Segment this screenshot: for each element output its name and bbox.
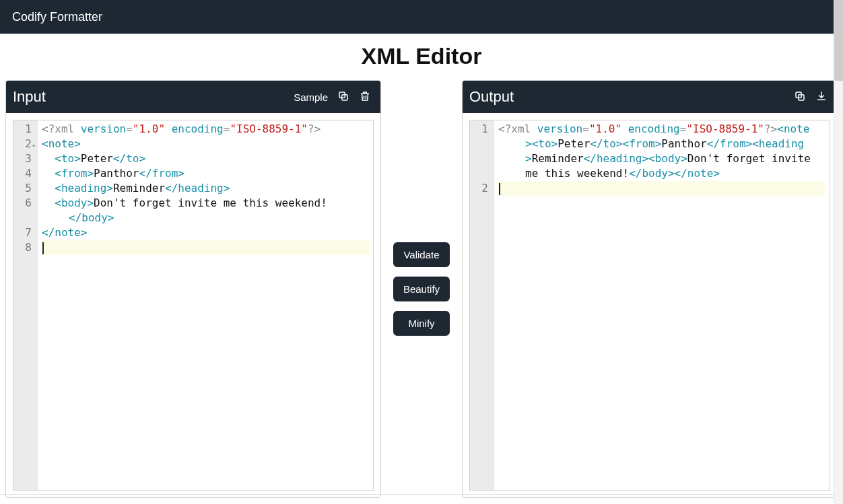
minify-button[interactable]: Minify bbox=[393, 311, 450, 336]
output-code[interactable]: <?xml version="1.0" encoding="ISO-8859-1… bbox=[494, 120, 830, 490]
delete-input-button[interactable] bbox=[359, 90, 371, 104]
output-panel-title: Output bbox=[469, 88, 514, 106]
app-name: Codify Formatter bbox=[12, 10, 102, 24]
copy-output-button[interactable] bbox=[794, 90, 806, 104]
output-panel: Output 1 2 <?xml version="1.0" encoding=… bbox=[462, 80, 838, 498]
page-scrollbar[interactable] bbox=[834, 0, 843, 504]
sample-button[interactable]: Sample bbox=[294, 92, 328, 103]
input-editor[interactable]: 123456 78 <?xml version="1.0" encoding="… bbox=[13, 120, 374, 491]
output-gutter: 1 2 bbox=[470, 120, 494, 490]
footer-divider bbox=[0, 494, 843, 495]
app-header: Codify Formatter bbox=[0, 0, 843, 34]
input-panel-header: Input Sample bbox=[6, 81, 380, 113]
input-gutter: 123456 78 bbox=[13, 120, 38, 490]
output-editor[interactable]: 1 2 <?xml version="1.0" encoding="ISO-88… bbox=[469, 120, 830, 491]
copy-input-button[interactable] bbox=[337, 90, 349, 104]
download-icon bbox=[815, 90, 828, 104]
input-panel: Input Sample 123456 78 <?xml version="1.… bbox=[5, 80, 381, 498]
download-output-button[interactable] bbox=[815, 90, 828, 104]
page-title: XML Editor bbox=[0, 34, 843, 80]
scrollbar-thumb[interactable] bbox=[834, 0, 843, 81]
copy-icon bbox=[337, 90, 349, 104]
action-column: Validate Beautify Minify bbox=[389, 80, 454, 498]
output-panel-header: Output bbox=[463, 81, 837, 113]
trash-icon bbox=[359, 90, 371, 104]
input-panel-title: Input bbox=[13, 88, 46, 106]
beautify-button[interactable]: Beautify bbox=[393, 277, 450, 301]
workspace: Input Sample 123456 78 <?xml version="1.… bbox=[0, 80, 843, 504]
validate-button[interactable]: Validate bbox=[393, 242, 450, 267]
copy-icon bbox=[794, 90, 806, 104]
input-code[interactable]: <?xml version="1.0" encoding="ISO-8859-1… bbox=[38, 120, 373, 490]
